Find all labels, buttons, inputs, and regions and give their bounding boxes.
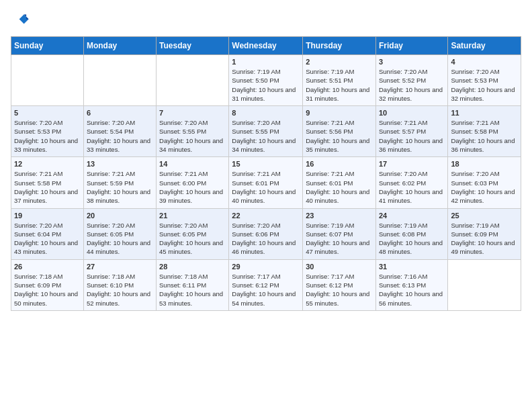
calendar-cell: 10 Sunrise: 7:21 AMSunset: 5:57 PMDaylig…	[375, 106, 447, 157]
day-info: Sunrise: 7:20 AMSunset: 5:54 PMDaylight:…	[87, 118, 153, 154]
day-number: 24	[379, 212, 445, 220]
calendar-cell: 12 Sunrise: 7:21 AMSunset: 5:58 PMDaylig…	[11, 157, 84, 208]
calendar-table: SundayMondayTuesdayWednesdayThursdayFrid…	[11, 36, 521, 311]
day-header-monday: Monday	[83, 37, 156, 55]
day-header-saturday: Saturday	[448, 37, 521, 55]
calendar-cell: 13 Sunrise: 7:21 AMSunset: 5:59 PMDaylig…	[83, 157, 156, 208]
day-info: Sunrise: 7:19 AMSunset: 5:51 PMDaylight:…	[306, 67, 373, 103]
day-info: Sunrise: 7:21 AMSunset: 5:57 PMDaylight:…	[379, 118, 445, 154]
day-number: 20	[87, 212, 153, 220]
calendar-cell: 20 Sunrise: 7:20 AMSunset: 6:05 PMDaylig…	[83, 208, 156, 259]
calendar-cell: 28 Sunrise: 7:18 AMSunset: 6:11 PMDaylig…	[157, 259, 229, 310]
calendar-header-row: SundayMondayTuesdayWednesdayThursdayFrid…	[11, 37, 521, 55]
day-info: Sunrise: 7:20 AMSunset: 6:04 PMDaylight:…	[14, 221, 81, 257]
day-info: Sunrise: 7:21 AMSunset: 5:58 PMDaylight:…	[14, 169, 81, 205]
day-number: 25	[451, 212, 518, 220]
calendar-cell: 8 Sunrise: 7:20 AMSunset: 5:55 PMDayligh…	[229, 106, 303, 157]
calendar-week-2: 5 Sunrise: 7:20 AMSunset: 5:53 PMDayligh…	[11, 106, 521, 157]
day-number: 6	[87, 109, 153, 117]
calendar-week-1: 1 Sunrise: 7:19 AMSunset: 5:50 PMDayligh…	[11, 55, 521, 106]
calendar-cell: 25 Sunrise: 7:19 AMSunset: 6:09 PMDaylig…	[448, 208, 521, 259]
day-info: Sunrise: 7:21 AMSunset: 6:00 PMDaylight:…	[159, 169, 226, 205]
day-number: 29	[232, 263, 300, 271]
calendar-cell: 5 Sunrise: 7:20 AMSunset: 5:53 PMDayligh…	[11, 106, 84, 157]
day-number: 9	[306, 109, 373, 117]
calendar-cell	[157, 55, 229, 106]
day-info: Sunrise: 7:20 AMSunset: 6:02 PMDaylight:…	[379, 169, 445, 205]
calendar-cell: 15 Sunrise: 7:21 AMSunset: 6:01 PMDaylig…	[229, 157, 303, 208]
day-info: Sunrise: 7:20 AMSunset: 5:55 PMDaylight:…	[159, 118, 226, 154]
calendar-cell: 21 Sunrise: 7:20 AMSunset: 6:05 PMDaylig…	[157, 208, 229, 259]
day-number: 22	[232, 212, 300, 220]
day-number: 28	[159, 263, 226, 271]
calendar-cell: 17 Sunrise: 7:20 AMSunset: 6:02 PMDaylig…	[375, 157, 447, 208]
day-number: 27	[87, 263, 153, 271]
day-number: 8	[232, 109, 300, 117]
day-number: 30	[306, 263, 373, 271]
day-info: Sunrise: 7:20 AMSunset: 6:05 PMDaylight:…	[87, 221, 153, 257]
day-header-wednesday: Wednesday	[229, 37, 303, 55]
calendar-cell: 24 Sunrise: 7:19 AMSunset: 6:08 PMDaylig…	[375, 208, 447, 259]
calendar-cell: 22 Sunrise: 7:20 AMSunset: 6:06 PMDaylig…	[229, 208, 303, 259]
day-info: Sunrise: 7:16 AMSunset: 6:13 PMDaylight:…	[379, 272, 445, 308]
day-number: 5	[14, 109, 81, 117]
calendar-cell	[11, 55, 84, 106]
calendar-cell	[83, 55, 156, 106]
calendar-cell: 11 Sunrise: 7:21 AMSunset: 5:58 PMDaylig…	[448, 106, 521, 157]
calendar-cell: 23 Sunrise: 7:19 AMSunset: 6:07 PMDaylig…	[303, 208, 376, 259]
day-info: Sunrise: 7:20 AMSunset: 6:06 PMDaylight:…	[232, 221, 300, 257]
day-info: Sunrise: 7:20 AMSunset: 5:52 PMDaylight:…	[379, 67, 445, 103]
day-info: Sunrise: 7:20 AMSunset: 6:05 PMDaylight:…	[159, 221, 226, 257]
day-info: Sunrise: 7:19 AMSunset: 6:09 PMDaylight:…	[451, 221, 518, 257]
logo	[11, 11, 32, 30]
day-number: 19	[14, 212, 81, 220]
calendar-cell	[448, 259, 521, 310]
day-info: Sunrise: 7:18 AMSunset: 6:11 PMDaylight:…	[159, 272, 226, 308]
day-number: 31	[379, 263, 445, 271]
day-number: 7	[159, 109, 226, 117]
calendar-cell: 30 Sunrise: 7:17 AMSunset: 6:12 PMDaylig…	[303, 259, 376, 310]
calendar-cell: 29 Sunrise: 7:17 AMSunset: 6:12 PMDaylig…	[229, 259, 303, 310]
day-number: 13	[87, 160, 153, 168]
day-number: 14	[159, 160, 226, 168]
logo-icon	[11, 11, 30, 30]
day-info: Sunrise: 7:20 AMSunset: 5:53 PMDaylight:…	[14, 118, 81, 154]
day-number: 12	[14, 160, 81, 168]
day-info: Sunrise: 7:21 AMSunset: 5:58 PMDaylight:…	[451, 118, 518, 154]
day-info: Sunrise: 7:21 AMSunset: 6:01 PMDaylight:…	[306, 169, 373, 205]
day-info: Sunrise: 7:18 AMSunset: 6:10 PMDaylight:…	[87, 272, 153, 308]
day-info: Sunrise: 7:20 AMSunset: 5:55 PMDaylight:…	[232, 118, 300, 154]
day-info: Sunrise: 7:18 AMSunset: 6:09 PMDaylight:…	[14, 272, 81, 308]
day-info: Sunrise: 7:19 AMSunset: 6:07 PMDaylight:…	[306, 221, 373, 257]
day-number: 23	[306, 212, 373, 220]
day-number: 4	[451, 58, 518, 66]
calendar-cell: 14 Sunrise: 7:21 AMSunset: 6:00 PMDaylig…	[157, 157, 229, 208]
day-number: 3	[379, 58, 445, 66]
day-info: Sunrise: 7:17 AMSunset: 6:12 PMDaylight:…	[306, 272, 373, 308]
day-info: Sunrise: 7:21 AMSunset: 5:59 PMDaylight:…	[87, 169, 153, 205]
calendar-cell: 9 Sunrise: 7:21 AMSunset: 5:56 PMDayligh…	[303, 106, 376, 157]
calendar-week-5: 26 Sunrise: 7:18 AMSunset: 6:09 PMDaylig…	[11, 259, 521, 310]
day-header-sunday: Sunday	[11, 37, 84, 55]
calendar-cell: 6 Sunrise: 7:20 AMSunset: 5:54 PMDayligh…	[83, 106, 156, 157]
calendar-cell: 18 Sunrise: 7:20 AMSunset: 6:03 PMDaylig…	[448, 157, 521, 208]
day-header-tuesday: Tuesday	[157, 37, 229, 55]
calendar-cell: 2 Sunrise: 7:19 AMSunset: 5:51 PMDayligh…	[303, 55, 376, 106]
day-number: 11	[451, 109, 518, 117]
day-number: 18	[451, 160, 518, 168]
day-info: Sunrise: 7:20 AMSunset: 5:53 PMDaylight:…	[451, 67, 518, 103]
calendar-cell: 4 Sunrise: 7:20 AMSunset: 5:53 PMDayligh…	[448, 55, 521, 106]
day-info: Sunrise: 7:21 AMSunset: 6:01 PMDaylight:…	[232, 169, 300, 205]
calendar-cell: 27 Sunrise: 7:18 AMSunset: 6:10 PMDaylig…	[83, 259, 156, 310]
day-number: 1	[232, 58, 300, 66]
day-header-friday: Friday	[375, 37, 447, 55]
day-number: 21	[159, 212, 226, 220]
day-number: 15	[232, 160, 300, 168]
page-header	[11, 11, 521, 30]
day-info: Sunrise: 7:20 AMSunset: 6:03 PMDaylight:…	[451, 169, 518, 205]
day-info: Sunrise: 7:19 AMSunset: 5:50 PMDaylight:…	[232, 67, 300, 103]
day-header-thursday: Thursday	[303, 37, 376, 55]
calendar-week-3: 12 Sunrise: 7:21 AMSunset: 5:58 PMDaylig…	[11, 157, 521, 208]
calendar-week-4: 19 Sunrise: 7:20 AMSunset: 6:04 PMDaylig…	[11, 208, 521, 259]
calendar-cell: 19 Sunrise: 7:20 AMSunset: 6:04 PMDaylig…	[11, 208, 84, 259]
